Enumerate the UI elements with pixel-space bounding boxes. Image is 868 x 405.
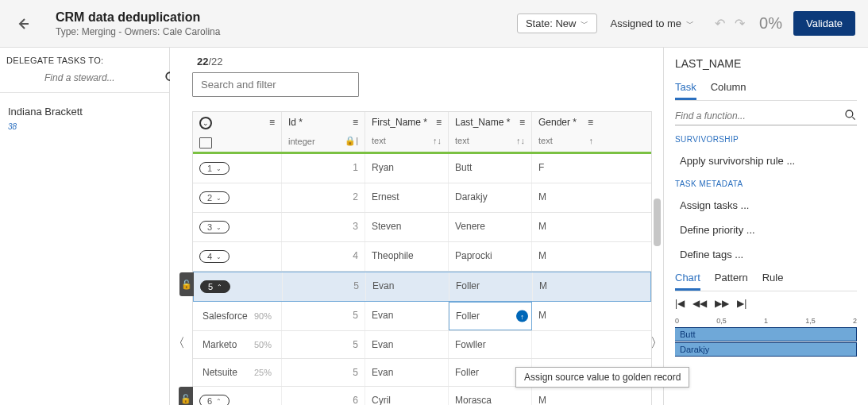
cell-first[interactable]: Evan [365, 302, 449, 330]
group-pill[interactable]: 3⌄ [199, 221, 230, 233]
tab-column[interactable]: Column [711, 81, 746, 100]
cell-id[interactable]: 1 [282, 154, 365, 183]
page-subtitle: Type: Merging - Owners: Cale Carolina [56, 26, 517, 37]
cell-id[interactable]: 4 [282, 242, 365, 271]
func-define-priority[interactable]: Define priority ... [675, 218, 857, 242]
cell-first[interactable]: Ryan [365, 154, 449, 183]
unlock-icon[interactable]: 🔓 [179, 387, 193, 405]
table-row[interactable]: 🔓6⌃6CyrilMorascaM [193, 387, 651, 405]
collapse-left-icon[interactable]: 〈 [172, 335, 185, 352]
undo-button[interactable]: ↶ [715, 16, 725, 31]
next-icon[interactable]: ▶▶ [715, 298, 729, 309]
cell-first[interactable]: Evan [366, 272, 449, 301]
cell-first[interactable]: Steven [365, 213, 449, 241]
col-id-label: Id * [288, 117, 303, 128]
steward-search-input[interactable] [44, 70, 164, 86]
cell-gender[interactable]: M [532, 387, 600, 405]
cell-id[interactable]: 2 [282, 183, 365, 212]
cell-last[interactable]: Paprocki [449, 242, 532, 271]
col-first-label: First_Name * [372, 117, 427, 128]
sort-icon[interactable]: ↑↓ [516, 136, 525, 145]
cell-first[interactable]: Ernest [365, 183, 449, 212]
cell-gender[interactable]: M [533, 272, 600, 301]
assign-icon[interactable]: ↑ [516, 310, 528, 322]
source-label: Netsuite [203, 367, 237, 378]
column-menu-icon[interactable]: ≡ [519, 117, 525, 128]
cell-gender[interactable]: M [532, 242, 600, 271]
group-pill[interactable]: 5⌃ [200, 280, 230, 293]
cell-gender[interactable]: M [532, 213, 600, 241]
tab-pattern[interactable]: Pattern [715, 272, 748, 291]
unlock-icon[interactable]: 🔓 [179, 272, 194, 296]
collapse-right-icon[interactable]: 〉 [650, 335, 663, 352]
tab-rule[interactable]: Rule [762, 272, 784, 291]
column-menu-icon[interactable]: ≡ [353, 117, 358, 128]
chart-bar[interactable]: Darakjy [675, 342, 857, 357]
sort-icon[interactable]: ↑ [589, 136, 594, 145]
group-pill[interactable]: 6⌃ [199, 395, 230, 405]
state-dropdown[interactable]: State: New ﹀ [517, 14, 598, 33]
steward-item[interactable]: Indiana Brackett [0, 102, 169, 121]
cell-id[interactable]: 3 [282, 213, 365, 241]
cell-id[interactable]: 5 [282, 359, 365, 386]
cell-first[interactable]: Cyril [365, 387, 449, 405]
vertical-scrollbar[interactable] [654, 199, 661, 246]
cell-id[interactable]: 5 [283, 272, 366, 301]
lock-icon: 🔒| [345, 136, 358, 146]
cell-gender[interactable]: F [532, 154, 600, 183]
redo-button[interactable]: ↷ [735, 16, 745, 31]
cell-id[interactable]: 5 [282, 302, 365, 330]
tab-chart[interactable]: Chart [675, 272, 700, 291]
func-define-tags[interactable]: Define tags ... [675, 242, 857, 267]
cell-last[interactable]: Venere [449, 213, 532, 241]
cell-gender[interactable]: M [532, 302, 600, 330]
table-row[interactable]: 2⌄2ErnestDarakjyM [193, 183, 651, 213]
table-row[interactable]: 1⌄1RyanButtF [193, 154, 651, 183]
source-label: Marketo [203, 339, 237, 350]
cell-last[interactable]: Foller [449, 272, 533, 301]
validate-button[interactable]: Validate [793, 11, 855, 36]
search-icon[interactable] [844, 109, 857, 124]
skip-end-icon[interactable]: ▶| [737, 298, 746, 309]
back-button[interactable] [13, 14, 32, 33]
table-row[interactable]: 🔓5⌃5EvanFollerM [193, 272, 651, 302]
chart-bars: Butt Darakjy [675, 327, 857, 357]
table-icon[interactable] [199, 137, 212, 148]
cell-last[interactable]: Foller↑ [449, 302, 532, 330]
table-row[interactable]: Marketo50%5EvanFowller [193, 331, 651, 359]
cell-first[interactable]: Theophile [365, 242, 449, 271]
column-menu-icon[interactable]: ≡ [436, 117, 442, 128]
cell-id[interactable]: 6 [282, 387, 365, 405]
assigned-dropdown[interactable]: Assigned to me ﹀ [610, 17, 694, 29]
tab-task[interactable]: Task [675, 81, 696, 100]
skip-start-icon[interactable]: |◀ [675, 298, 685, 309]
cell-last[interactable]: Fowller [449, 331, 532, 358]
group-pill[interactable]: 1⌄ [199, 162, 230, 175]
expand-all-icon[interactable]: ⌄ [199, 117, 212, 129]
col-gender-label: Gender * [538, 117, 577, 128]
cell-last[interactable]: Butt [449, 154, 532, 183]
func-assign-tasks[interactable]: Assign tasks ... [675, 193, 857, 218]
cell-last[interactable]: Morasca [449, 387, 532, 405]
function-search-input[interactable] [675, 107, 844, 125]
table-row[interactable]: 4⌄4TheophilePaprockiM [193, 242, 651, 272]
column-menu-icon[interactable]: ≡ [588, 117, 593, 128]
group-pill[interactable]: 2⌄ [199, 191, 230, 204]
source-label: Salesforce [203, 310, 248, 322]
prev-icon[interactable]: ◀◀ [692, 298, 707, 309]
cell-first[interactable]: Evan [365, 359, 449, 386]
cell-last[interactable]: Darakjy [449, 183, 532, 212]
cell-gender[interactable] [532, 331, 600, 358]
chart-bar[interactable]: Butt [675, 327, 857, 341]
cell-gender[interactable]: M [532, 183, 600, 212]
column-menu-icon[interactable]: ≡ [269, 117, 275, 128]
cell-first[interactable]: Evan [365, 331, 449, 358]
table-row[interactable]: 3⌄3StevenVenereM [193, 213, 651, 242]
cell-id[interactable]: 5 [282, 331, 365, 358]
sort-icon[interactable]: ↑↓ [433, 136, 442, 145]
table-row[interactable]: Salesforce90%5EvanFoller↑M [193, 302, 651, 331]
func-apply-survivorship[interactable]: Apply survivorship rule ... [675, 148, 857, 173]
group-pill[interactable]: 4⌄ [199, 250, 230, 263]
section-task-metadata: TASK METADATA [675, 179, 857, 188]
filter-input[interactable] [193, 73, 358, 96]
